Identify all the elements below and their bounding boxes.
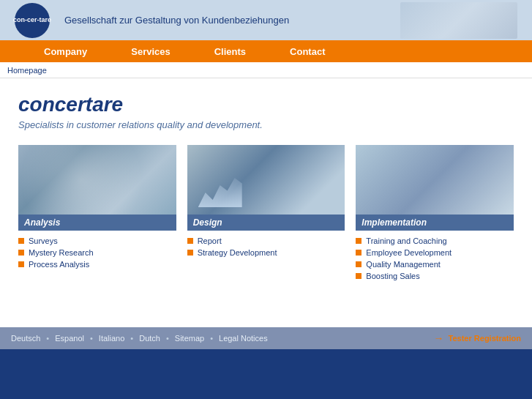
list-item[interactable]: Report: [187, 236, 345, 245]
list-item-label: Boosting Sales: [366, 272, 419, 280]
footer: Deutsch • Espanol • Italiano • Dutch • S…: [0, 327, 532, 349]
list-item[interactable]: Strategy Development: [187, 248, 345, 257]
design-header: Design: [187, 215, 345, 231]
footer-links: Deutsch • Espanol • Italiano • Dutch • S…: [11, 334, 268, 343]
list-item[interactable]: Mystery Research: [18, 248, 176, 257]
footer-separator: •: [210, 334, 213, 343]
column-analysis: Analysis Surveys Mystery Research Proces…: [18, 145, 176, 283]
logo: con- cer- tare: [15, 3, 50, 38]
service-columns: Analysis Surveys Mystery Research Proces…: [18, 145, 514, 283]
header-decorative-image: [400, 2, 517, 39]
bullet-icon: [18, 250, 24, 256]
arrow-icon: →: [434, 332, 444, 344]
tester-registration[interactable]: → Tester Registration: [434, 332, 521, 344]
main-content: concertare Specialists in customer relat…: [0, 78, 532, 327]
bullet-icon: [356, 273, 361, 279]
bullet-icon: [356, 238, 361, 244]
tester-registration-label: Tester Registration: [449, 334, 521, 343]
design-list: Report Strategy Development: [187, 236, 345, 257]
footer-link-sitemap[interactable]: Sitemap: [175, 334, 204, 343]
column-design: Design Report Strategy Development: [187, 145, 345, 283]
site-title: concertare: [18, 93, 514, 116]
analysis-list: Surveys Mystery Research Process Analysi…: [18, 236, 176, 269]
nav-item-company[interactable]: Company: [44, 46, 87, 57]
implementation-header: Implementation: [356, 215, 514, 231]
implementation-list: Training and Coaching Employee Developme…: [356, 236, 514, 280]
list-item[interactable]: Boosting Sales: [356, 272, 514, 280]
column-implementation: Implementation Training and Coaching Emp…: [356, 145, 514, 283]
nav-item-contact[interactable]: Contact: [290, 46, 325, 57]
footer-link-deutsch[interactable]: Deutsch: [11, 334, 40, 343]
footer-separator: •: [90, 334, 93, 343]
footer-link-espanol[interactable]: Espanol: [55, 334, 84, 343]
bottom-decorative-area: [0, 349, 532, 399]
list-item-label: Quality Management: [366, 260, 441, 269]
footer-separator: •: [130, 334, 133, 343]
design-image: [187, 145, 345, 215]
site-subtitle: Specialists in customer relations qualit…: [18, 119, 514, 130]
bullet-icon: [187, 238, 193, 244]
main-navigation: Company Services Clients Contact: [0, 40, 532, 62]
list-item-label: Process Analysis: [29, 260, 89, 269]
footer-link-legal[interactable]: Legal Notices: [219, 334, 268, 343]
list-item-label: Employee Development: [366, 248, 452, 257]
header-tagline: Gesellschaft zur Gestaltung von Kundenbe…: [64, 15, 289, 26]
footer-link-italiano[interactable]: Italiano: [99, 334, 124, 343]
analysis-header: Analysis: [18, 215, 176, 231]
list-item-label: Mystery Research: [29, 248, 94, 257]
list-item-label: Training and Coaching: [366, 236, 446, 245]
list-item[interactable]: Employee Development: [356, 248, 514, 257]
implementation-image: [356, 145, 514, 215]
list-item[interactable]: Process Analysis: [18, 260, 176, 269]
bullet-icon: [356, 261, 361, 267]
nav-item-clients[interactable]: Clients: [214, 46, 246, 57]
bullet-icon: [18, 238, 24, 244]
list-item[interactable]: Surveys: [18, 236, 176, 245]
list-item-label: Surveys: [29, 236, 58, 245]
list-item[interactable]: Quality Management: [356, 260, 514, 269]
bullet-icon: [356, 250, 361, 256]
footer-separator: •: [46, 334, 49, 343]
nav-item-services[interactable]: Services: [131, 46, 171, 57]
list-item[interactable]: Training and Coaching: [356, 236, 514, 245]
footer-link-dutch[interactable]: Dutch: [139, 334, 160, 343]
bullet-icon: [187, 250, 193, 256]
header: con- cer- tare Gesellschaft zur Gestaltu…: [0, 0, 532, 40]
footer-separator: •: [166, 334, 169, 343]
bullet-icon: [18, 261, 24, 267]
list-item-label: Report: [198, 236, 222, 245]
list-item-label: Strategy Development: [198, 248, 277, 257]
breadcrumb-bar: Homepage: [0, 62, 532, 78]
breadcrumb: Homepage: [7, 66, 47, 75]
analysis-image: [18, 145, 176, 215]
